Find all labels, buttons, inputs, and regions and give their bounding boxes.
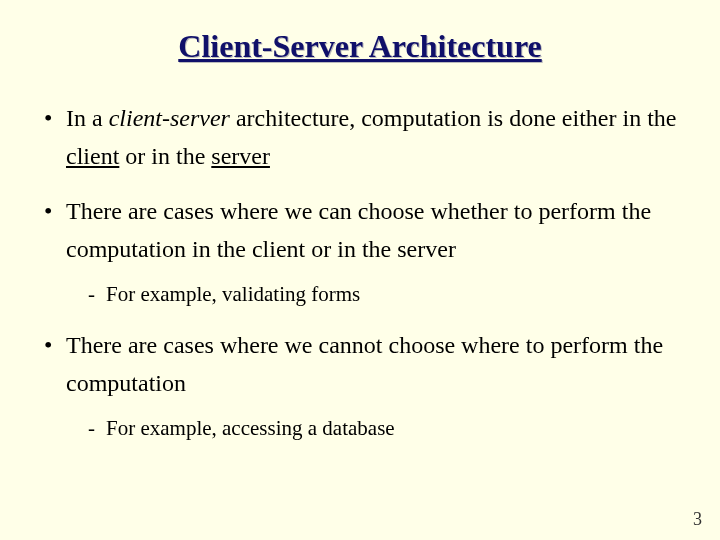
text-underline-server: server bbox=[211, 143, 270, 169]
bullet-text: There are cases where we cannot choose w… bbox=[66, 332, 663, 396]
text-fragment: or in the bbox=[119, 143, 211, 169]
sub-bullet-text: For example, validating forms bbox=[106, 282, 360, 306]
sub-bullet-text: For example, accessing a database bbox=[106, 416, 395, 440]
bullet-list: In a client-server architecture, computa… bbox=[40, 99, 680, 444]
text-emph-client-server: client-server bbox=[109, 105, 230, 131]
sub-list: For example, validating forms bbox=[84, 279, 680, 311]
slide-title: Client-Server Architecture bbox=[40, 28, 680, 65]
text-underline-client: client bbox=[66, 143, 119, 169]
text-fragment: In a bbox=[66, 105, 109, 131]
sub-list: For example, accessing a database bbox=[84, 413, 680, 445]
slide: Client-Server Architecture In a client-s… bbox=[0, 0, 720, 540]
bullet-text: There are cases where we can choose whet… bbox=[66, 198, 651, 262]
bullet-item-3: There are cases where we cannot choose w… bbox=[40, 326, 680, 444]
bullet-item-1: In a client-server architecture, computa… bbox=[40, 99, 680, 176]
text-fragment: architecture, computation is done either… bbox=[230, 105, 677, 131]
page-number: 3 bbox=[693, 509, 702, 530]
sub-bullet-item: For example, validating forms bbox=[84, 279, 680, 311]
bullet-item-2: There are cases where we can choose whet… bbox=[40, 192, 680, 310]
sub-bullet-item: For example, accessing a database bbox=[84, 413, 680, 445]
